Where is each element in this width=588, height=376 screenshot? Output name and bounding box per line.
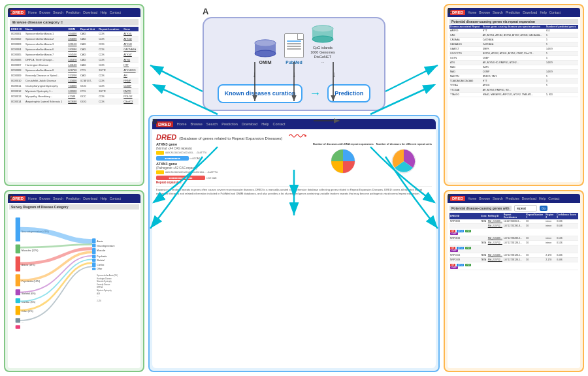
- table-row: CAGAAACACNA1A5: [449, 38, 578, 42]
- table-row: NRP0033 NM_219489... 147:12739289-0... 5…: [449, 236, 578, 241]
- panel-c-title: Browse disease category ≡: [10, 19, 139, 25]
- svg-text:ALS: ALS: [97, 292, 100, 295]
- table-row: 0000005Spinocerebellar Ataxia 7164500CAG…: [10, 52, 139, 57]
- svg-rect-32: [92, 248, 96, 254]
- table-row: 0000006DRPLA, Teeth Change...125370CAGCD…: [10, 57, 139, 63]
- svg-text:Other: Other: [97, 268, 103, 270]
- svg-text:Huntington Disease: Huntington Disease: [97, 277, 112, 280]
- arrow-known-to-prediction: →: [309, 87, 321, 101]
- table-row: 0000004Spinocerebellar Ataxia 6183086CAG…: [10, 47, 139, 52]
- svg-rect-35: [92, 262, 96, 267]
- table-row: AR ATX3 HD PABP: [449, 228, 578, 236]
- col-repeat-unit: Repeat Unit: [79, 27, 97, 31]
- col-gene: Gene: [122, 27, 139, 31]
- panel-f: F DRED Home Browse Search Predictes Down…: [444, 190, 584, 372]
- panel-d-navbar: DRED Home Browse Search Prediction Downl…: [8, 194, 140, 203]
- svg-point-10: [304, 135, 306, 137]
- cpg-icon: CpG islands1000 GenomesDisGeNET...: [310, 25, 335, 65]
- panel-c-nav-contact: Contact: [110, 10, 121, 14]
- center-diagram: OMIM PubMed: [203, 17, 385, 111]
- panel-d-title: Survey Diagram of Disease Category: [9, 204, 139, 210]
- panel-f-search-button[interactable]: Go: [540, 206, 548, 211]
- svg-text:Muscular (12%): Muscular (12%): [22, 249, 39, 252]
- panel-f-search-input[interactable]: [514, 205, 537, 212]
- svg-rect-34: [92, 258, 96, 262]
- panel-e-label: E: [448, 7, 452, 14]
- panel-e: E DRED Home Browse Search Prediction Dow…: [444, 4, 584, 186]
- table-row: TTCGAAAR, ATXN3, PABPN1, HD...: [449, 88, 578, 93]
- table-row: GGGCCTGNOP56, ATXN2, ATXN1, ATXN3, CNBP,…: [449, 52, 578, 56]
- panel-c-nav-search: Search: [53, 10, 63, 14]
- svg-rect-14: [16, 244, 20, 253]
- table-row: AR ATX3 HD PABP: [449, 245, 578, 253]
- gene1-normal: (Normal: ≤44 CAG repeats): [156, 147, 308, 150]
- panel-f-label: F: [448, 193, 452, 200]
- gene2-name: ATXN3 gene: [156, 162, 308, 166]
- svg-text:Cardiac: Cardiac: [97, 264, 104, 266]
- pubmed-icon: PubMed: [284, 33, 304, 65]
- panel-b: B DRED Home Browse Search Prediction Dow…: [148, 115, 440, 372]
- panel-e-title: Potential disease-causing genes via repe…: [449, 19, 578, 24]
- sankey-diagram: Neurodegenerative (41%) Muscular (12%) A…: [9, 212, 139, 355]
- svg-text:DRPLA: DRPLA: [97, 286, 103, 289]
- table-row: TCAACAACAACGACAAGHTT5: [449, 79, 578, 84]
- table-row: 0000011Oculopharyngeal Dystrophy733890GC…: [10, 84, 139, 89]
- panel-b-brand: DRED: [156, 121, 173, 127]
- panel-d: D DRED Home Browse Search Prediction Dow…: [4, 190, 144, 372]
- panel-f-navbar: DRED Home Browse Search Predictes Downlo…: [448, 194, 580, 203]
- panel-c-nav-home: Home: [28, 10, 37, 14]
- panel-b-navbar: DRED Home Browse Search Prediction Downl…: [152, 119, 436, 129]
- panel-c-nav-help: Help: [100, 10, 106, 14]
- svg-text:Spinocerebellar Ataxia (3%): Spinocerebellar Ataxia (3%): [97, 274, 118, 277]
- svg-rect-36: [92, 268, 96, 270]
- panel-b-description: Expansion of tandem repeats in genes oft…: [156, 186, 432, 196]
- dred-title-full: (Database of genes related to Repeat Exp…: [179, 136, 282, 140]
- table-row: 0000003Spinocerebellar Ataxia 3109150CAG…: [10, 42, 139, 47]
- svg-rect-20: [16, 318, 20, 322]
- svg-rect-13: [16, 217, 20, 242]
- table-row: NRP0104 TATA NM_219489... 147:12739128-5…: [449, 253, 578, 258]
- table-row: 0000007Huntington Disease143100CAGCDSHTT: [10, 63, 139, 68]
- table-row: CAGAR, ATXN1, ATXN2, ATXN3, ATXN7, ATXN8…: [449, 33, 578, 38]
- chart2-title: Number of diseases for different repeat …: [376, 142, 432, 146]
- known-diseases-box: Known diseases curation: [218, 84, 303, 104]
- prediction-box: Prediction: [327, 84, 370, 102]
- chart2-pie: [389, 147, 418, 176]
- table-row: 0000002Spinocerebellar Ataxia 2183090CAG…: [10, 37, 139, 42]
- svg-rect-15: [16, 257, 20, 272]
- table-row: 0000009Kennedy Disease or Spinal...31320…: [10, 73, 139, 78]
- panel-c-nav-prediction: Prediction: [66, 10, 80, 14]
- panel-b-label: B: [152, 118, 157, 125]
- svg-rect-30: [92, 238, 96, 243]
- table-row: MAGCOMP14979: [449, 70, 578, 74]
- svg-text:2,178: 2,178: [97, 300, 101, 302]
- omim-label: OMIM: [259, 60, 271, 65]
- omim-icon: OMIM: [253, 39, 278, 65]
- table-row: 0000010Creutzfeldt-Jakob Disease123400GC…: [10, 78, 139, 84]
- col-repeat-location: Repeat Location: [97, 27, 122, 31]
- svg-text:Ataxia: Ataxia: [97, 240, 103, 243]
- panel-f-brand: DRED: [450, 196, 465, 201]
- chart1-title: Number of diseases with DNA repeat expan…: [313, 142, 374, 146]
- svg-rect-33: [92, 255, 96, 258]
- table-row: 0000008Spinocerebellar Ataxia 8608768CTG…: [10, 68, 139, 73]
- svg-text:Neurodegenerative: Neurodegenerative: [97, 245, 114, 247]
- svg-text:Myotonic Dystrophy: Myotonic Dystrophy: [97, 289, 112, 292]
- table-row: TCCAAATXN15: [449, 84, 578, 88]
- panel-c-label: C: [8, 7, 13, 14]
- panel-a-label: A: [203, 7, 208, 16]
- col-dred-id: DRED ID: [10, 27, 24, 31]
- svg-point-8: [312, 36, 333, 42]
- table-row: GAGAAGGCACNA1A5: [449, 42, 578, 47]
- table-row: ATNAR, ATXN3 HD, PABPN1, ATXN2...14979: [449, 61, 578, 65]
- gene1-name: ATXN3 gene: [156, 142, 308, 146]
- cpg-label: CpG islands1000 GenomesDisGeNET...: [310, 46, 335, 65]
- gene2-pathogenic: (Pathogenic: ≥52 CAG repeats): [156, 166, 308, 170]
- table-row: 0000013Myopathy, Hereditary...47349GCCCD…: [10, 94, 139, 99]
- svg-rect-19: [16, 306, 20, 315]
- svg-point-9: [312, 25, 333, 32]
- table-row: GGTNCNBP5: [449, 56, 578, 61]
- svg-rect-21: [16, 325, 20, 329]
- table-row: NM_219752... 147:12735392-8... 50 intron…: [449, 224, 578, 228]
- panel-c-navbar: DRED Home Browse Search Prediction Downl…: [8, 8, 140, 17]
